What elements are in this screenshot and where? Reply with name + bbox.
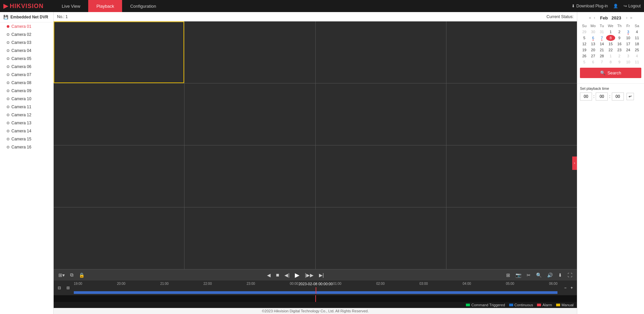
time-confirm-btn[interactable]: ↵: [627, 93, 634, 100]
cal-day[interactable]: 17: [624, 41, 633, 47]
rewind-btn[interactable]: ◀: [266, 272, 272, 278]
video-cell-15[interactable]: [316, 207, 446, 269]
video-cell-4[interactable]: [446, 21, 577, 83]
sidebar-item-camera-9[interactable]: Camera 09: [0, 87, 53, 95]
sidebar-item-camera-1[interactable]: Camera 01: [0, 22, 53, 30]
play-btn[interactable]: ▶: [293, 271, 301, 279]
fast-fwd-btn[interactable]: |▶▶: [304, 272, 315, 278]
sync-playback-btn[interactable]: ⊞: [505, 272, 512, 278]
cal-day[interactable]: 7▲: [597, 35, 606, 41]
zoom-btn[interactable]: 🔍: [535, 272, 543, 278]
cal-day[interactable]: 5: [580, 59, 589, 65]
video-cell-9[interactable]: [54, 145, 184, 207]
cal-day[interactable]: 24: [624, 47, 633, 53]
cal-day[interactable]: 1: [606, 53, 615, 59]
cal-day[interactable]: 19: [580, 47, 589, 53]
cal-day[interactable]: 2: [615, 53, 624, 59]
cal-day[interactable]: 30: [589, 29, 597, 35]
cal-day[interactable]: 11: [633, 59, 641, 65]
cal-day[interactable]: 4: [633, 53, 641, 59]
cal-day[interactable]: 2: [615, 29, 624, 35]
time-seconds-input[interactable]: [612, 92, 624, 101]
sidebar-item-camera-13[interactable]: Camera 13: [0, 119, 53, 127]
zoom-in-tl-btn[interactable]: +: [569, 285, 574, 291]
time-minutes-input[interactable]: [596, 92, 608, 101]
cal-day[interactable]: 8: [606, 59, 615, 65]
cal-day[interactable]: 18: [633, 41, 641, 47]
cal-day[interactable]: 23: [615, 47, 624, 53]
video-cell-10[interactable]: [184, 145, 315, 207]
timeline-expand-btn[interactable]: ⊟: [56, 285, 62, 291]
cal-day[interactable]: 27: [589, 53, 597, 59]
cal-day[interactable]: 5: [580, 35, 589, 41]
cal-day[interactable]: 10: [624, 59, 633, 65]
download-btn[interactable]: ⬇: [557, 272, 564, 278]
layout-btn[interactable]: ⊞▾: [57, 272, 66, 278]
sidebar-item-camera-12[interactable]: Camera 12: [0, 111, 53, 119]
cal-prev-btn[interactable]: ‹: [593, 15, 596, 21]
volume-btn[interactable]: 🔊: [546, 272, 554, 278]
nav-playback[interactable]: Playback: [88, 0, 122, 12]
video-cell-8[interactable]: [446, 83, 577, 145]
cal-day[interactable]: 6▲: [589, 35, 597, 41]
timeline-mode-btn[interactable]: ⊞: [65, 285, 71, 291]
sidebar-item-camera-5[interactable]: Camera 05: [0, 55, 53, 63]
time-hours-input[interactable]: [580, 92, 592, 101]
panel-collapse-btn[interactable]: ›: [572, 156, 577, 170]
sidebar-item-camera-6[interactable]: Camera 06: [0, 63, 53, 71]
video-cell-2[interactable]: [184, 21, 315, 83]
video-cell-16[interactable]: [446, 207, 577, 269]
stop-btn[interactable]: ■: [275, 271, 281, 279]
lock-btn[interactable]: 🔒: [77, 272, 86, 278]
cal-day[interactable]: 1: [606, 29, 615, 35]
sidebar-item-camera-15[interactable]: Camera 15: [0, 135, 53, 143]
timeline-black-bar[interactable]: [54, 295, 577, 302]
cal-day[interactable]: 29: [580, 29, 589, 35]
cal-next-btn[interactable]: ›: [626, 15, 628, 21]
cal-day[interactable]: 11: [633, 35, 641, 41]
cal-day[interactable]: 10: [624, 35, 633, 41]
prev-frame-btn[interactable]: ◀|: [283, 272, 291, 278]
sidebar-item-camera-11[interactable]: Camera 11: [0, 103, 53, 111]
cal-day[interactable]: 20: [589, 47, 597, 53]
search-btn[interactable]: 🔍 Search: [580, 68, 641, 78]
cal-day[interactable]: 15: [606, 41, 615, 47]
cal-day[interactable]: 14: [597, 41, 606, 47]
cal-day[interactable]: 3: [624, 53, 633, 59]
clip-btn[interactable]: ⧉: [69, 271, 75, 278]
sidebar-item-camera-10[interactable]: Camera 10: [0, 95, 53, 103]
cal-day[interactable]: 9: [615, 35, 624, 41]
video-cell-7[interactable]: [316, 83, 446, 145]
sidebar-item-camera-2[interactable]: Camera 02: [0, 30, 53, 39]
video-cell-6[interactable]: [184, 83, 315, 145]
end-btn[interactable]: ▶|: [318, 272, 325, 278]
cal-day[interactable]: 9: [615, 59, 624, 65]
cal-day[interactable]: 31: [597, 29, 606, 35]
video-cell-3[interactable]: [316, 21, 446, 83]
video-cell-14[interactable]: [184, 207, 315, 269]
cal-day[interactable]: 26: [580, 53, 589, 59]
sidebar-item-camera-3[interactable]: Camera 03: [0, 39, 53, 47]
cal-day[interactable]: 4: [633, 29, 641, 35]
sidebar-item-camera-16[interactable]: Camera 16: [0, 143, 53, 151]
cal-day[interactable]: 13: [589, 41, 597, 47]
cal-day[interactable]: 21: [597, 47, 606, 53]
cal-day[interactable]: 16: [615, 41, 624, 47]
nav-live-view[interactable]: Live View: [54, 0, 88, 12]
cal-next-next-btn[interactable]: »: [630, 15, 633, 21]
sidebar-item-camera-4[interactable]: Camera 04: [0, 47, 53, 55]
nav-configuration[interactable]: Configuration: [122, 0, 164, 12]
video-cell-13[interactable]: [54, 207, 184, 269]
cal-day[interactable]: 6: [589, 59, 597, 65]
cal-day[interactable]: 3▲: [624, 29, 633, 35]
sidebar-item-camera-8[interactable]: Camera 08: [0, 79, 53, 87]
clip-save-btn[interactable]: ✂: [525, 272, 532, 278]
video-cell-12[interactable]: [446, 145, 577, 207]
zoom-out-tl-btn[interactable]: −: [563, 285, 568, 291]
video-cell-11[interactable]: [316, 145, 446, 207]
sidebar-item-camera-14[interactable]: Camera 14: [0, 127, 53, 135]
video-cell-5[interactable]: [54, 83, 184, 145]
cal-day[interactable]: 22: [606, 47, 615, 53]
cal-day[interactable]: 8: [606, 35, 615, 41]
cal-prev-prev-btn[interactable]: «: [588, 15, 592, 21]
